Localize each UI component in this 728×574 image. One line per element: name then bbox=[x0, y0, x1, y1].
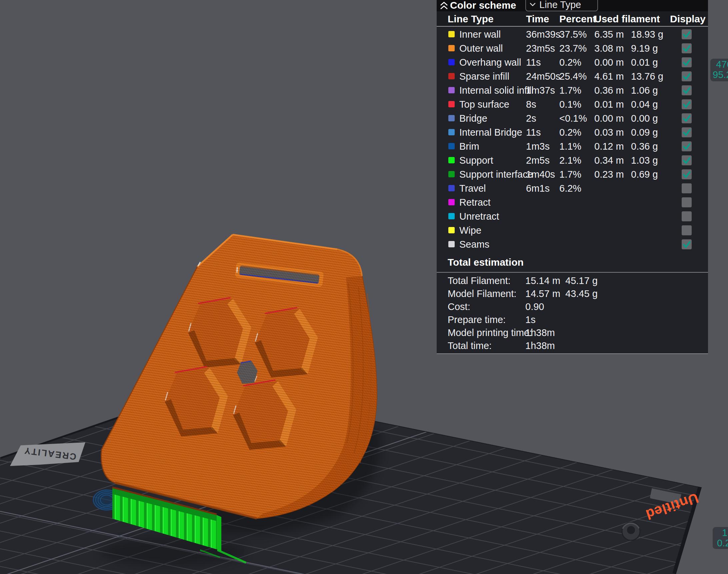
line-type-time: 2m5s bbox=[526, 155, 550, 166]
line-type-filament-weight: 13.76 g bbox=[631, 71, 663, 82]
line-type-color-swatch bbox=[448, 45, 455, 51]
line-type-row: Support interface 1m40s 1.7% 0.23 m 0.69… bbox=[437, 167, 708, 181]
line-type-percent: 6.2% bbox=[559, 183, 581, 194]
display-checkbox[interactable] bbox=[682, 155, 692, 165]
line-type-row: Support 2m5s 2.1% 0.34 m 1.03 g bbox=[437, 153, 708, 167]
total-estimation-row: Model printing time: 1h38m bbox=[437, 326, 708, 339]
line-type-filament-length: 0.03 m bbox=[594, 127, 624, 138]
line-type-filament-weight: 18.93 g bbox=[631, 29, 663, 40]
header-time: Time bbox=[526, 13, 549, 25]
total-estimation-title: Total estimation bbox=[448, 257, 524, 268]
line-type-dropdown[interactable]: Line Type bbox=[525, 0, 598, 11]
panel-title: Color scheme bbox=[450, 0, 516, 11]
line-type-color-swatch bbox=[448, 101, 455, 107]
line-type-filament-length: 0.12 m bbox=[594, 141, 624, 152]
line-type-row: Internal Bridge 11s 0.2% 0.03 m 0.09 g bbox=[437, 125, 708, 139]
line-type-color-swatch bbox=[448, 185, 455, 191]
line-type-label: Seams bbox=[459, 239, 489, 250]
total-row-label: Prepare time: bbox=[448, 314, 505, 325]
total-estimation-row: Total time: 1h38m bbox=[437, 339, 708, 352]
line-type-row: Unretract bbox=[437, 209, 708, 223]
display-checkbox[interactable] bbox=[682, 169, 692, 179]
display-checkbox[interactable] bbox=[682, 43, 692, 53]
line-type-percent: 0.2% bbox=[559, 127, 581, 138]
line-type-row: Outer wall 23m5s 23.7% 3.08 m 9.19 g bbox=[437, 41, 708, 55]
chevrons-up-icon[interactable] bbox=[439, 1, 449, 10]
line-type-row: Internal solid infill 1m37s 1.7% 0.36 m … bbox=[437, 83, 708, 97]
line-type-label: Internal solid infill bbox=[459, 85, 533, 96]
line-type-label: Travel bbox=[459, 183, 486, 194]
line-type-color-swatch bbox=[448, 213, 455, 219]
line-type-filament-weight: 0.04 g bbox=[631, 99, 658, 110]
line-type-time: 8s bbox=[526, 99, 536, 110]
total-row-value1: 14.57 m bbox=[525, 288, 560, 299]
line-type-time: 1m40s bbox=[526, 169, 555, 180]
display-checkbox[interactable] bbox=[682, 211, 692, 221]
line-type-color-swatch bbox=[448, 31, 455, 37]
line-type-color-swatch bbox=[448, 87, 455, 93]
line-type-time: 1m37s bbox=[526, 85, 555, 96]
display-checkbox[interactable] bbox=[682, 141, 692, 151]
line-type-percent: 1.1% bbox=[559, 141, 581, 152]
line-type-table: Inner wall 36m39s 37.5% 6.35 m 18.93 g O… bbox=[437, 27, 708, 251]
line-type-label: Unretract bbox=[459, 211, 499, 222]
display-checkbox[interactable] bbox=[682, 113, 692, 123]
total-estimation-row: Model Filament: 14.57 m 43.45 g bbox=[437, 287, 708, 300]
layer-slider-top-tooltip: 476 95.2 bbox=[710, 59, 728, 81]
line-type-color-swatch bbox=[448, 115, 455, 121]
total-row-value2: 45.17 g bbox=[565, 275, 598, 286]
line-type-percent: 23.7% bbox=[559, 43, 587, 54]
line-type-row: Retract bbox=[437, 195, 708, 209]
height-value: 0.2 bbox=[713, 538, 728, 548]
header-percent: Percent bbox=[559, 13, 596, 25]
line-type-row: Overhang wall 11s 0.2% 0.00 m 0.01 g bbox=[437, 55, 708, 69]
line-type-percent: 1.7% bbox=[559, 85, 581, 96]
display-checkbox[interactable] bbox=[682, 226, 692, 235]
display-checkbox[interactable] bbox=[682, 127, 692, 137]
line-type-label: Inner wall bbox=[459, 29, 501, 40]
table-header: Line Type Time Percent Used filament Dis… bbox=[437, 11, 708, 27]
support-shadow bbox=[100, 537, 247, 567]
line-type-time: 2s bbox=[526, 113, 536, 124]
line-type-color-swatch bbox=[448, 73, 455, 79]
line-type-filament-length: 6.35 m bbox=[594, 29, 624, 40]
line-type-filament-length: 0.00 m bbox=[594, 57, 624, 68]
line-type-percent: 1.7% bbox=[559, 169, 581, 180]
total-row-value1: 1s bbox=[525, 314, 536, 325]
display-checkbox[interactable] bbox=[682, 29, 692, 39]
line-type-label: Top surface bbox=[459, 99, 509, 110]
line-type-row: Wipe bbox=[437, 223, 708, 237]
line-type-percent: 37.5% bbox=[559, 29, 587, 40]
display-checkbox[interactable] bbox=[682, 71, 692, 81]
display-checkbox[interactable] bbox=[682, 239, 692, 249]
line-type-label: Wipe bbox=[459, 225, 481, 236]
total-estimation-row: Total Filament: 15.14 m 45.17 g bbox=[437, 274, 708, 287]
line-type-time: 1m3s bbox=[526, 141, 550, 152]
line-type-filament-length: 0.00 m bbox=[594, 113, 624, 124]
total-row-label: Cost: bbox=[448, 301, 470, 312]
total-row-label: Model Filament: bbox=[448, 288, 516, 299]
line-type-filament-length: 3.08 m bbox=[594, 43, 624, 54]
line-type-label: Support bbox=[459, 155, 493, 166]
panel-topbar: Color scheme Line Type bbox=[437, 0, 708, 11]
total-row-label: Total time: bbox=[448, 340, 492, 351]
line-type-color-swatch bbox=[448, 59, 455, 65]
display-checkbox[interactable] bbox=[682, 57, 692, 67]
header-line-type: Line Type bbox=[448, 13, 494, 25]
line-type-percent: 25.4% bbox=[559, 71, 587, 82]
line-type-time: 24m50s bbox=[526, 71, 560, 82]
dropdown-selected-value: Line Type bbox=[539, 0, 581, 10]
bed-corner-knob bbox=[622, 522, 640, 540]
layer-value: 1 bbox=[713, 528, 728, 538]
total-row-value1: 1h38m bbox=[525, 340, 555, 351]
total-row-value1: 15.14 m bbox=[525, 275, 560, 286]
display-checkbox[interactable] bbox=[682, 85, 692, 95]
display-checkbox[interactable] bbox=[682, 197, 692, 207]
display-checkbox[interactable] bbox=[682, 183, 692, 193]
line-type-filament-weight: 1.03 g bbox=[631, 155, 658, 166]
line-type-filament-weight: 9.19 g bbox=[631, 43, 658, 54]
line-type-filament-length: 4.61 m bbox=[594, 71, 624, 82]
line-type-filament-length: 0.23 m bbox=[594, 169, 624, 180]
line-type-percent: 2.1% bbox=[559, 155, 581, 166]
display-checkbox[interactable] bbox=[682, 99, 692, 109]
